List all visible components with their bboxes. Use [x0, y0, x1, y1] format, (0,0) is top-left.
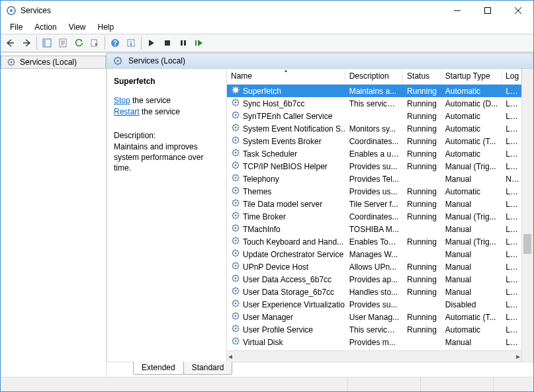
svg-point-19 — [116, 59, 118, 61]
service-row[interactable]: UPnP Device HostAllows UPn...RunningManu… — [227, 260, 521, 273]
service-logon: Loc — [502, 200, 521, 209]
svg-point-39 — [235, 202, 237, 204]
window-title: Services — [21, 6, 442, 15]
service-row[interactable]: Touch Keyboard and Hand...Enables Tou...… — [227, 235, 521, 248]
service-row[interactable]: System Events BrokerCoordinates...Runnin… — [227, 135, 521, 147]
menu-view[interactable]: View — [64, 21, 91, 33]
svg-point-33 — [235, 165, 237, 167]
service-startup: Manual — [441, 338, 502, 347]
refresh-button[interactable] — [71, 36, 86, 50]
service-startup: Automatic — [441, 187, 502, 196]
about-button[interactable] — [124, 36, 138, 50]
service-row[interactable]: Time BrokerCoordinates...RunningManual (… — [227, 210, 521, 223]
service-startup: Automatic (D... — [441, 99, 502, 108]
svg-point-1 — [10, 9, 13, 12]
service-row[interactable]: Task SchedulerEnables a us...RunningAuto… — [227, 147, 521, 160]
service-status: Running — [403, 149, 441, 159]
service-row[interactable]: Sync Host_6b7ccThis service ...RunningAu… — [227, 97, 521, 110]
vertical-scrollbar[interactable] — [521, 69, 533, 362]
service-row[interactable]: SynTPEnh Caller ServiceRunningAutomaticL… — [227, 110, 521, 122]
service-name: User Experience Virtualizatio... — [243, 300, 345, 309]
service-logon: Loc — [502, 99, 521, 108]
show-hide-tree-button[interactable] — [40, 36, 54, 50]
menu-action[interactable]: Action — [29, 21, 62, 33]
service-status: Running — [403, 99, 441, 108]
service-icon — [231, 311, 240, 323]
col-header-status[interactable]: Status — [403, 69, 441, 84]
start-service-button[interactable] — [144, 36, 159, 50]
service-row[interactable]: TelephonyProvides Tel...ManualNet — [227, 173, 521, 185]
col-header-logon[interactable]: Log — [502, 69, 521, 84]
service-row[interactable]: System Event Notification S...Monitors s… — [227, 122, 521, 135]
svg-rect-2 — [485, 8, 491, 14]
service-description: User Manag... — [345, 313, 403, 322]
service-row[interactable]: TCP/IP NetBIOS HelperProvides su...Runni… — [227, 160, 521, 173]
horizontal-scrollbar[interactable]: ◂ ▸ — [227, 350, 521, 362]
menu-help[interactable]: Help — [93, 21, 120, 33]
description-text: Maintains and improves system performanc… — [114, 141, 220, 174]
minimize-button[interactable] — [442, 1, 472, 20]
export-list-button[interactable] — [87, 36, 102, 50]
service-row[interactable]: SuperfetchMaintains a...RunningAutomatic… — [227, 85, 521, 97]
service-logon: Loc — [502, 313, 521, 322]
service-name: TMachInfo — [243, 225, 281, 234]
tree-node-services-local[interactable]: Services (Local) — [1, 56, 106, 69]
service-startup: Manual — [441, 200, 502, 209]
service-name: Virtual Disk — [243, 338, 283, 347]
service-startup: Disabled — [441, 300, 502, 309]
menu-file[interactable]: File — [5, 21, 28, 33]
scroll-right-icon[interactable]: ▸ — [516, 352, 520, 361]
col-header-startup[interactable]: Startup Type — [441, 69, 502, 84]
svg-point-29 — [235, 139, 237, 141]
service-row[interactable]: User Data Storage_6b7ccHandles sto...Run… — [227, 286, 521, 298]
service-name: Task Scheduler — [243, 149, 297, 159]
close-button[interactable] — [503, 1, 533, 20]
maximize-button[interactable] — [472, 1, 503, 20]
help-button[interactable]: ? — [108, 36, 122, 50]
service-description: Allows UPn... — [345, 262, 403, 272]
svg-point-27 — [235, 127, 237, 129]
back-button[interactable] — [3, 36, 18, 50]
service-logon: Loc — [502, 338, 521, 347]
service-status: Running — [403, 325, 441, 334]
list-body[interactable]: SuperfetchMaintains a...RunningAutomatic… — [227, 85, 521, 350]
col-header-name[interactable]: Name▴ — [227, 69, 345, 84]
service-row[interactable]: TMachInfoTOSHIBA M...ManualLoc — [227, 223, 521, 235]
service-logon: Net — [502, 175, 521, 184]
forward-button[interactable] — [19, 36, 34, 50]
svg-rect-12 — [165, 40, 170, 46]
restart-link[interactable]: Restart — [114, 107, 140, 116]
service-name: Telephony — [243, 175, 279, 184]
col-header-description[interactable]: Description — [345, 69, 403, 84]
service-description: Provides su... — [345, 162, 403, 171]
stop-link[interactable]: Stop — [114, 96, 130, 105]
service-status: Running — [403, 288, 441, 297]
service-description: Coordinates... — [345, 137, 403, 146]
service-row[interactable]: User ManagerUser Manag...RunningAutomati… — [227, 311, 521, 323]
service-row[interactable]: User Experience Virtualizatio...Provides… — [227, 298, 521, 311]
pause-service-button[interactable] — [176, 36, 191, 50]
service-row[interactable]: Virtual DiskProvides m...ManualLoc — [227, 336, 521, 348]
svg-point-55 — [235, 303, 237, 305]
scrollbar-thumb[interactable] — [523, 234, 531, 254]
service-row[interactable]: Update Orchestrator ServiceManages W...M… — [227, 248, 521, 260]
scroll-left-icon[interactable]: ◂ — [228, 352, 232, 361]
tab-standard[interactable]: Standard — [183, 362, 233, 375]
service-status: Running — [403, 162, 441, 171]
stop-service-button[interactable] — [160, 36, 175, 50]
service-description: Handles sto... — [345, 288, 403, 297]
service-logon: Loc — [502, 149, 521, 159]
service-startup: Automatic — [441, 149, 502, 159]
tab-extended[interactable]: Extended — [133, 362, 184, 375]
service-icon — [231, 223, 240, 235]
service-row[interactable]: Tile Data model serverTile Server f...Ru… — [227, 198, 521, 210]
service-description: Provides ap... — [345, 275, 403, 284]
service-row[interactable]: User Data Access_6b7ccProvides ap...Runn… — [227, 273, 521, 286]
service-logon: Loc — [502, 325, 521, 334]
service-row[interactable]: ThemesProvides us...RunningAutomaticLoc — [227, 185, 521, 198]
service-row[interactable]: User Profile ServiceThis service ...Runn… — [227, 323, 521, 336]
restart-service-button[interactable] — [192, 36, 206, 50]
service-startup: Manual — [441, 262, 502, 272]
properties-button[interactable] — [56, 36, 70, 50]
service-logon: Loc — [502, 237, 521, 247]
